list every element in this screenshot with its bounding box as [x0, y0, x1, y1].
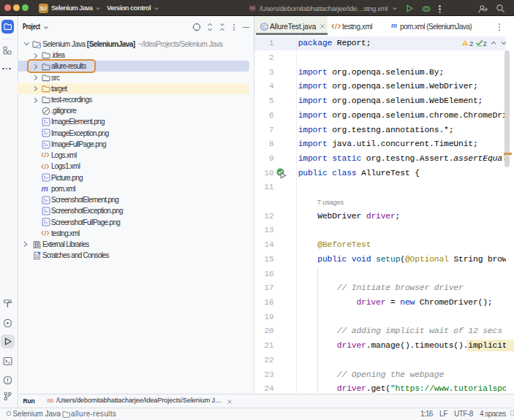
- svg-text:C: C: [262, 23, 267, 30]
